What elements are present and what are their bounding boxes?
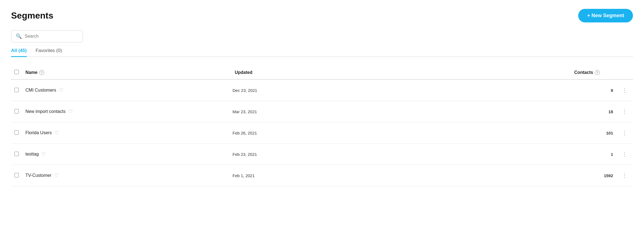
row-name-cell: CMI Customers ♡ [22, 79, 229, 101]
row-more-button[interactable]: ⋮ [620, 128, 630, 137]
row-checkbox[interactable] [14, 152, 19, 156]
row-checkbox-cell [11, 122, 22, 144]
row-checkbox-cell [11, 144, 22, 165]
select-all-cell [11, 66, 22, 79]
row-contacts-cell: 1592 [442, 165, 616, 186]
row-name-cell: New import contacts ♡ [22, 101, 229, 122]
row-checkbox[interactable] [14, 130, 19, 135]
row-more-cell: ⋮ [616, 165, 633, 186]
row-name-cell: Florida Users ♡ [22, 122, 229, 144]
row-more-button[interactable]: ⋮ [620, 86, 630, 95]
row-checkbox[interactable] [14, 88, 19, 92]
row-updated-cell: Feb 26, 2021 [229, 122, 442, 144]
row-checkbox-cell [11, 165, 22, 186]
row-updated-cell: Dec 23, 2021 [229, 79, 442, 101]
select-all-checkbox[interactable] [14, 70, 19, 74]
actions-column-header [616, 66, 633, 79]
favorite-icon[interactable]: ♡ [54, 172, 59, 179]
name-help-icon[interactable]: ? [39, 70, 44, 75]
contacts-column-header: Contacts ? [442, 66, 616, 79]
favorite-icon[interactable]: ♡ [68, 108, 73, 115]
top-controls: 🔍 [11, 30, 633, 42]
segment-name[interactable]: CMI Customers [25, 88, 56, 93]
table-row: New import contacts ♡ Mar 23, 2021 18 ⋮ [11, 101, 633, 122]
row-checkbox-cell [11, 101, 22, 122]
page-title: Segments [11, 11, 53, 21]
row-contacts-cell: 1 [442, 144, 616, 165]
row-checkbox[interactable] [14, 109, 19, 113]
row-updated-cell: Feb 1, 2021 [229, 165, 442, 186]
tabs-row: All (45) Favorites (0) [11, 48, 633, 57]
search-bar: 🔍 [11, 30, 83, 42]
favorite-icon[interactable]: ♡ [54, 130, 59, 136]
tab-favorites[interactable]: Favorites (0) [36, 48, 62, 57]
row-contacts-cell: 101 [442, 122, 616, 144]
row-checkbox[interactable] [14, 173, 19, 177]
segment-name[interactable]: Florida Users [25, 130, 52, 135]
segment-name[interactable]: TV-Customer [25, 173, 51, 178]
row-updated-cell: Feb 23, 2021 [229, 144, 442, 165]
row-contacts-cell: 9 [442, 79, 616, 101]
favorite-icon[interactable]: ♡ [59, 87, 63, 93]
row-more-cell: ⋮ [616, 122, 633, 144]
table-row: testtag ♡ Feb 23, 2021 1 ⋮ [11, 144, 633, 165]
row-more-cell: ⋮ [616, 79, 633, 101]
search-icon: 🔍 [16, 33, 22, 39]
updated-column-header: Updated [229, 66, 442, 79]
table-row: CMI Customers ♡ Dec 23, 2021 9 ⋮ [11, 79, 633, 101]
row-more-button[interactable]: ⋮ [620, 107, 630, 116]
tab-all[interactable]: All (45) [11, 48, 27, 57]
contacts-help-icon[interactable]: ? [595, 70, 600, 75]
name-column-header: Name ? [22, 66, 229, 79]
row-name-cell: testtag ♡ [22, 144, 229, 165]
table-header-row: Name ? Updated Contacts ? [11, 66, 633, 79]
search-input[interactable] [25, 34, 78, 39]
row-checkbox-cell [11, 79, 22, 101]
segment-name[interactable]: New import contacts [25, 109, 66, 114]
page-header: Segments + New Segment [11, 9, 633, 22]
segments-table: Name ? Updated Contacts ? CMI Customers [11, 66, 633, 186]
contacts-column-label: Contacts [574, 70, 593, 75]
favorite-icon[interactable]: ♡ [41, 151, 46, 157]
row-name-cell: TV-Customer ♡ [22, 165, 229, 186]
table-row: TV-Customer ♡ Feb 1, 2021 1592 ⋮ [11, 165, 633, 186]
row-contacts-cell: 18 [442, 101, 616, 122]
new-segment-button[interactable]: + New Segment [578, 9, 633, 22]
name-column-label: Name [25, 70, 38, 75]
row-more-cell: ⋮ [616, 101, 633, 122]
row-more-cell: ⋮ [616, 144, 633, 165]
row-more-button[interactable]: ⋮ [620, 150, 630, 159]
row-more-button[interactable]: ⋮ [620, 171, 630, 180]
segment-name[interactable]: testtag [25, 152, 39, 157]
table-row: Florida Users ♡ Feb 26, 2021 101 ⋮ [11, 122, 633, 144]
row-updated-cell: Mar 23, 2021 [229, 101, 442, 122]
